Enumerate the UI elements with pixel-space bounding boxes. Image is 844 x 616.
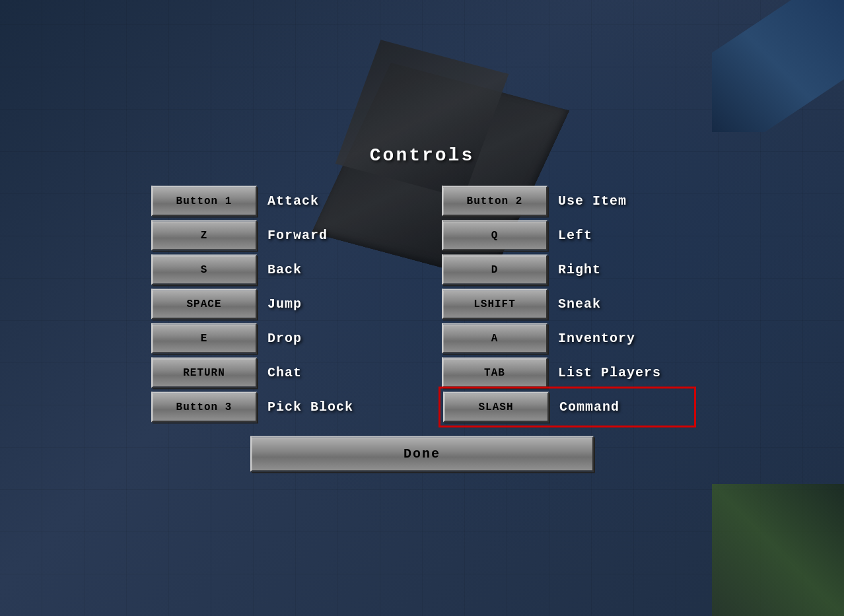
key-return[interactable]: RETURN [151, 357, 257, 388]
control-row-command: SLASH Command [442, 390, 693, 424]
key-slash[interactable]: SLASH [443, 392, 549, 422]
action-right: Right [558, 262, 601, 277]
control-row-list-players: TAB List Players [442, 355, 693, 390]
key-s[interactable]: S [151, 254, 257, 285]
key-button-3[interactable]: Button 3 [151, 392, 257, 422]
control-row-attack: Button 1 Attack [151, 184, 402, 218]
key-a[interactable]: A [442, 323, 547, 353]
action-back: Back [267, 262, 302, 277]
control-row-use-item: Button 2 Use Item [442, 184, 693, 218]
control-row-right: D Right [442, 252, 693, 287]
left-column: Button 1 Attack Z Forward S Back SPACE J… [151, 184, 402, 424]
key-d[interactable]: D [442, 254, 547, 285]
controls-grid: Button 1 Attack Z Forward S Back SPACE J… [151, 184, 693, 424]
action-jump: Jump [267, 296, 302, 312]
control-row-jump: SPACE Jump [151, 287, 402, 321]
key-e[interactable]: E [151, 323, 257, 353]
control-row-pick-block: Button 3 Pick Block [151, 390, 402, 424]
key-button-1[interactable]: Button 1 [151, 186, 257, 216]
action-attack: Attack [267, 193, 319, 209]
control-row-back: S Back [151, 252, 402, 287]
controls-panel: Controls Button 1 Attack Z Forward S Bac… [151, 145, 693, 471]
action-forward: Forward [267, 228, 328, 243]
page-title: Controls [151, 145, 693, 165]
bottom-right-decoration [712, 484, 844, 616]
key-q[interactable]: Q [442, 220, 547, 250]
action-list-players: List Players [558, 365, 661, 380]
control-row-inventory: A Inventory [442, 321, 693, 355]
control-row-left: Q Left [442, 218, 693, 252]
right-column: Button 2 Use Item Q Left D Right LSHIFT … [442, 184, 693, 424]
key-z[interactable]: Z [151, 220, 257, 250]
key-space[interactable]: SPACE [151, 289, 257, 319]
action-use-item: Use Item [558, 193, 627, 209]
key-tab[interactable]: TAB [442, 357, 547, 388]
action-drop: Drop [267, 331, 302, 346]
action-chat: Chat [267, 365, 302, 380]
action-sneak: Sneak [558, 296, 601, 312]
key-button-2[interactable]: Button 2 [442, 186, 547, 216]
action-inventory: Inventory [558, 331, 635, 346]
control-row-chat: RETURN Chat [151, 355, 402, 390]
key-lshift[interactable]: LSHIFT [442, 289, 547, 319]
control-row-forward: Z Forward [151, 218, 402, 252]
action-pick-block: Pick Block [267, 399, 353, 415]
control-row-sneak: LSHIFT Sneak [442, 287, 693, 321]
action-command: Command [559, 399, 619, 415]
control-row-drop: E Drop [151, 321, 402, 355]
done-button[interactable]: Done [250, 436, 594, 471]
action-left: Left [558, 228, 592, 243]
